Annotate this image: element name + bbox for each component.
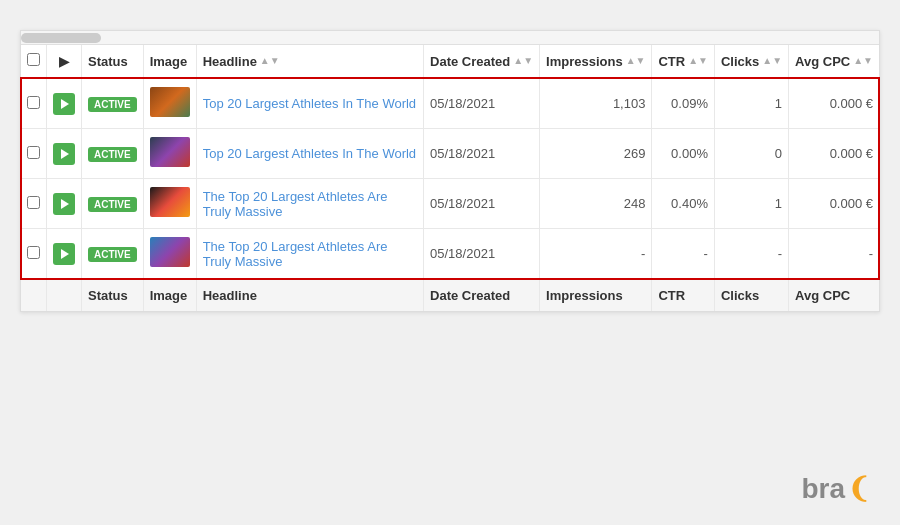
footer-nav-cell	[47, 279, 82, 311]
footer-checkbox-cell	[21, 279, 47, 311]
header-row: ▶ Status Image Headline ▲▼ Date Created	[21, 45, 879, 78]
row-ctr-cell: 0.00%	[652, 129, 715, 179]
row-checkbox[interactable]	[27, 246, 40, 259]
header-clicks-label: Clicks	[721, 54, 759, 69]
row-impressions-cell: -	[540, 229, 652, 280]
footer-ctr: CTR	[652, 279, 715, 311]
row-nav-cell	[47, 129, 82, 179]
table-row: ACTIVE Top 20 Largest Athletes In The Wo…	[21, 78, 879, 129]
header-nav-cell: ▶	[47, 45, 82, 78]
footer-impressions-label: Impressions	[546, 288, 623, 303]
table-row: ACTIVE The Top 20 Largest Athletes Are T…	[21, 179, 879, 229]
play-button[interactable]	[53, 243, 75, 265]
brax-accent: ❨	[847, 472, 870, 505]
row-status-cell: ACTIVE	[82, 179, 144, 229]
footer-status-label: Status	[88, 288, 128, 303]
row-ctr: 0.40%	[671, 196, 708, 211]
row-clicks-cell: 0	[714, 129, 788, 179]
row-checkbox[interactable]	[27, 96, 40, 109]
footer-avgcpc-label: Avg CPC	[795, 288, 850, 303]
row-date: 05/18/2021	[430, 246, 495, 261]
row-headline-cell: The Top 20 Largest Athletes Are Truly Ma…	[196, 229, 423, 280]
row-avgcpc: 0.000 €	[830, 196, 873, 211]
row-status-cell: ACTIVE	[82, 229, 144, 280]
header-ctr-label: CTR	[658, 54, 685, 69]
row-thumbnail	[150, 137, 190, 167]
row-checkbox[interactable]	[27, 196, 40, 209]
main-container: ▶ Status Image Headline ▲▼ Date Created	[20, 30, 880, 312]
footer-ctr-label: CTR	[658, 288, 685, 303]
row-date: 05/18/2021	[430, 96, 495, 111]
headline-link[interactable]: The Top 20 Largest Athletes Are Truly Ma…	[203, 239, 388, 269]
header-ctr[interactable]: CTR ▲▼	[652, 45, 715, 78]
row-nav-cell	[47, 78, 82, 129]
row-clicks-cell: 1	[714, 179, 788, 229]
header-headline[interactable]: Headline ▲▼	[196, 45, 423, 78]
row-date-cell: 05/18/2021	[424, 229, 540, 280]
play-button[interactable]	[53, 93, 75, 115]
row-date-cell: 05/18/2021	[424, 179, 540, 229]
row-ctr-cell: 0.40%	[652, 179, 715, 229]
row-thumbnail	[150, 87, 190, 117]
brax-logo: bra❨	[801, 472, 870, 505]
row-nav-cell	[47, 229, 82, 280]
ctr-sort-icon: ▲▼	[688, 58, 708, 64]
row-thumbnail	[150, 187, 190, 217]
header-avgcpc-label: Avg CPC	[795, 54, 850, 69]
status-badge: ACTIVE	[88, 247, 137, 262]
row-checkbox-cell	[21, 129, 47, 179]
table-row: ACTIVE The Top 20 Largest Athletes Are T…	[21, 229, 879, 280]
header-image: Image	[143, 45, 196, 78]
row-image-cell	[143, 78, 196, 129]
headline-sort-icon: ▲▼	[260, 58, 280, 64]
row-avgcpc-cell: -	[789, 229, 879, 280]
headline-link[interactable]: Top 20 Largest Athletes In The World	[203, 96, 416, 111]
row-ctr-cell: -	[652, 229, 715, 280]
header-impressions-label: Impressions	[546, 54, 623, 69]
row-impressions-cell: 1,103	[540, 78, 652, 129]
scrollbar-track[interactable]	[21, 31, 879, 45]
header-checkbox-cell	[21, 45, 47, 78]
headline-link[interactable]: Top 20 Largest Athletes In The World	[203, 146, 416, 161]
row-image-cell	[143, 229, 196, 280]
footer-avgcpc: Avg CPC	[789, 279, 879, 311]
row-checkbox[interactable]	[27, 146, 40, 159]
row-image-cell	[143, 129, 196, 179]
row-nav-cell	[47, 179, 82, 229]
clicks-sort-icon: ▲▼	[762, 58, 782, 64]
row-impressions: -	[641, 246, 645, 261]
header-clicks[interactable]: Clicks ▲▼	[714, 45, 788, 78]
footer-image: Image	[143, 279, 196, 311]
row-clicks-cell: -	[714, 229, 788, 280]
data-table: ▶ Status Image Headline ▲▼ Date Created	[21, 45, 879, 311]
row-status-cell: ACTIVE	[82, 129, 144, 179]
status-badge: ACTIVE	[88, 97, 137, 112]
row-clicks: 1	[775, 196, 782, 211]
header-avg-cpc[interactable]: Avg CPC ▲▼	[789, 45, 879, 78]
play-button[interactable]	[53, 193, 75, 215]
row-checkbox-cell	[21, 229, 47, 280]
row-avgcpc-cell: 0.000 €	[789, 129, 879, 179]
select-all-checkbox[interactable]	[27, 53, 40, 66]
row-headline-cell: The Top 20 Largest Athletes Are Truly Ma…	[196, 179, 423, 229]
play-button[interactable]	[53, 143, 75, 165]
footer-date: Date Created	[424, 279, 540, 311]
headline-link[interactable]: The Top 20 Largest Athletes Are Truly Ma…	[203, 189, 388, 219]
header-date-label: Date Created	[430, 54, 510, 69]
header-image-label: Image	[150, 54, 188, 69]
scrollbar-thumb[interactable]	[21, 33, 101, 43]
avgcpc-sort-icon: ▲▼	[853, 58, 873, 64]
row-avgcpc-cell: 0.000 €	[789, 78, 879, 129]
footer-headline: Headline	[196, 279, 423, 311]
row-checkbox-cell	[21, 179, 47, 229]
header-date-created[interactable]: Date Created ▲▼	[424, 45, 540, 78]
brax-text: bra	[801, 473, 845, 505]
row-ctr-cell: 0.09%	[652, 78, 715, 129]
row-clicks: -	[778, 246, 782, 261]
row-checkbox-cell	[21, 78, 47, 129]
footer-headline-label: Headline	[203, 288, 257, 303]
footer-clicks-label: Clicks	[721, 288, 759, 303]
row-thumbnail	[150, 237, 190, 267]
row-impressions: 248	[624, 196, 646, 211]
header-impressions[interactable]: Impressions ▲▼	[540, 45, 652, 78]
